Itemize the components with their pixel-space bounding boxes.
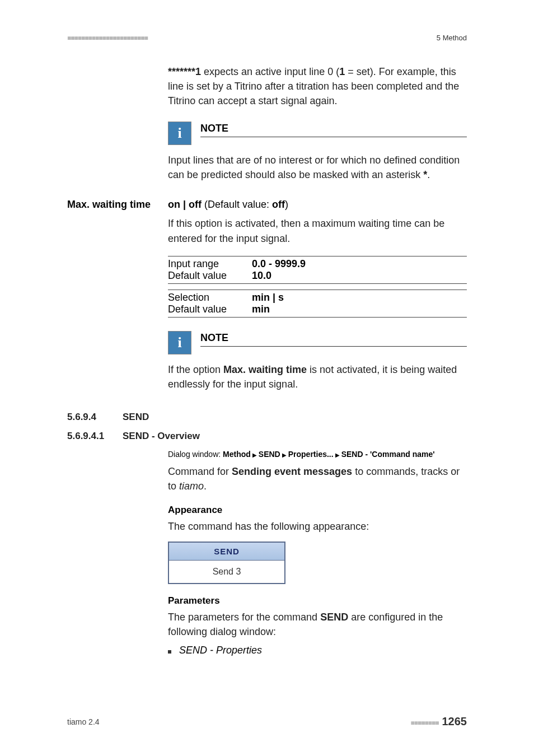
- intro-paragraph: *******1 expects an active input line 0 …: [67, 64, 467, 108]
- header-decoration: ■■■■■■■■■■■■■■■■■■■■■■■: [67, 34, 148, 42]
- bullet-icon: [168, 650, 171, 654]
- note2-body: If the option Max. waiting time is not a…: [168, 362, 467, 391]
- section-title: SEND - Overview: [123, 431, 200, 442]
- note-title: NOTE: [200, 332, 467, 347]
- intro-code: *******1: [168, 66, 201, 77]
- note-box-2: i NOTE If the option Max. waiting time i…: [67, 331, 467, 391]
- appearance-desc: The command has the following appearance…: [168, 519, 467, 534]
- page-footer: tiamo 2.4 ■■■■■■■■1265: [67, 715, 467, 728]
- page-header: ■■■■■■■■■■■■■■■■■■■■■■■ 5 Method: [67, 34, 467, 42]
- footer-page: ■■■■■■■■1265: [411, 715, 467, 728]
- intro-bold1: 1: [339, 66, 345, 77]
- appearance-box-body: Send 3: [169, 561, 284, 583]
- parameters-heading: Parameters: [168, 595, 467, 606]
- section-heading-send: 5.6.9.4 SEND: [67, 412, 467, 423]
- definition-table: Input range 0.0 - 9999.9 Default value 1…: [168, 256, 467, 318]
- table-row: Selection min | s: [168, 292, 467, 304]
- note-title: NOTE: [200, 123, 467, 137]
- max-wait-section: Max. waiting time on | off (Default valu…: [67, 199, 467, 317]
- max-wait-desc: If this option is activated, then a maxi…: [168, 216, 467, 245]
- list-item: SEND - Properties: [168, 645, 467, 656]
- info-icon: i: [168, 122, 191, 145]
- command-description: Command for Sending event messages to co…: [168, 464, 467, 493]
- parameters-desc: The parameters for the command SEND are …: [168, 610, 467, 639]
- section-heading-overview: 5.6.9.4.1 SEND - Overview: [67, 431, 467, 442]
- table-row: Input range 0.0 - 9999.9: [168, 258, 467, 270]
- footer-decoration: ■■■■■■■■: [411, 719, 439, 727]
- appearance-heading: Appearance: [168, 505, 467, 516]
- max-wait-option: on | off (Default value: off): [168, 199, 467, 211]
- footer-product: tiamo 2.4: [67, 717, 100, 726]
- bullet-list: SEND - Properties: [168, 645, 467, 656]
- bullet-text: SEND - Properties: [179, 645, 262, 656]
- note-box-1: i NOTE Input lines that are of no intere…: [67, 122, 467, 182]
- appearance-widget: SEND Send 3: [168, 542, 285, 584]
- chapter-label: 5 Method: [437, 34, 467, 42]
- breadcrumb: Dialog window: Method▶SEND▶Properties...…: [168, 450, 467, 459]
- info-icon: i: [168, 331, 191, 354]
- max-wait-label: Max. waiting time: [67, 199, 168, 211]
- appearance-box-header: SEND: [169, 543, 284, 561]
- table-row: Default value 10.0: [168, 270, 467, 282]
- intro-text1: expects an active input line 0 (: [201, 66, 339, 77]
- section-title: SEND: [123, 412, 149, 423]
- section-number: 5.6.9.4.1: [67, 431, 123, 442]
- note1-body: Input lines that are of no interest or f…: [168, 153, 467, 182]
- page-number: 1265: [442, 715, 467, 727]
- table-row: Default value min: [168, 304, 467, 315]
- section-number: 5.6.9.4: [67, 412, 123, 423]
